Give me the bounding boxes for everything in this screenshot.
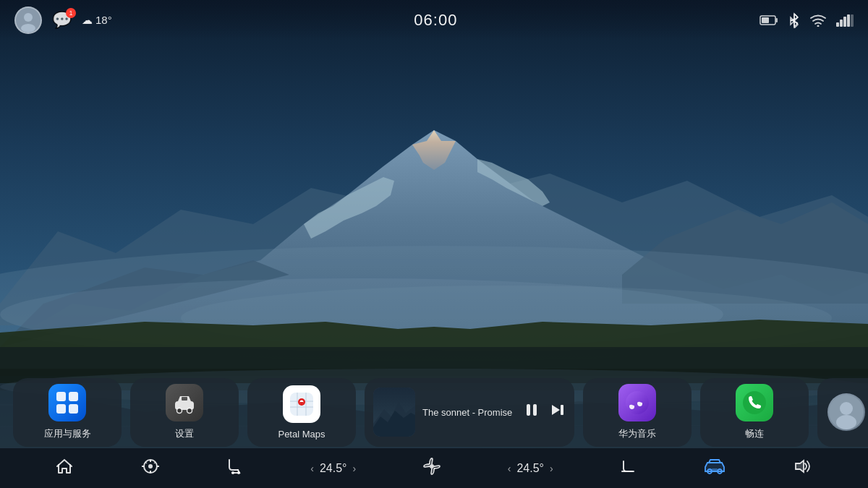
music-pause-button[interactable] — [524, 402, 540, 422]
svg-rect-25 — [776, 18, 778, 22]
svg-rect-39 — [69, 392, 78, 401]
volume-button[interactable] — [793, 458, 813, 479]
signal-icon — [836, 14, 854, 27]
clock: 06:00 — [414, 11, 457, 30]
huawei-music-label: 华为音乐 — [618, 427, 656, 440]
svg-point-68 — [148, 464, 153, 468]
bluetooth-icon — [788, 12, 800, 28]
music-next-button[interactable] — [550, 402, 566, 422]
svg-rect-26 — [762, 17, 769, 23]
changlian-icon — [736, 384, 773, 421]
control-bar: ‹ 24.5° › ‹ 24.5° › — [0, 448, 868, 488]
svg-point-66 — [836, 415, 856, 429]
weather-icon: ☁ — [82, 14, 93, 27]
app-card-petal-maps[interactable]: Petal Maps — [247, 378, 356, 447]
status-left: 💬 1 ☁ 18° — [14, 7, 112, 34]
settings-icon — [166, 384, 203, 421]
status-bar: 💬 1 ☁ 18° 06:00 — [0, 0, 868, 40]
app-card-changlian[interactable]: 畅连 — [700, 378, 809, 447]
music-controls: The sonnet - Promise — [422, 402, 566, 422]
svg-rect-34 — [840, 20, 843, 27]
seat-heat-button[interactable] — [619, 457, 637, 480]
svg-rect-60 — [561, 405, 563, 415]
svg-point-65 — [840, 402, 853, 415]
petal-maps-label: Petal Maps — [278, 429, 325, 440]
home-button[interactable] — [55, 457, 74, 480]
car-icon — [703, 458, 726, 479]
drive-mode-icon — [140, 458, 161, 479]
home-icon — [55, 457, 74, 480]
temp-left-value: 24.5° — [320, 462, 347, 475]
music-info: The sonnet - Promise — [422, 407, 514, 418]
svg-point-23 — [21, 24, 35, 33]
svg-rect-36 — [847, 14, 850, 27]
seat-icon — [226, 457, 244, 480]
apps-services-label: 应用与服务 — [44, 427, 91, 440]
svg-rect-57 — [527, 404, 530, 416]
changlian-label: 畅连 — [745, 427, 764, 440]
music-thumbnail — [373, 388, 415, 437]
temp-left-decrease[interactable]: ‹ — [310, 463, 314, 474]
music-player-card[interactable]: The sonnet - Promise — [365, 378, 574, 447]
temp-left-increase[interactable]: › — [353, 463, 357, 474]
car-button[interactable] — [703, 458, 726, 479]
svg-line-73 — [145, 462, 147, 463]
seat-heat-icon — [619, 457, 637, 480]
temp-right-value: 24.5° — [516, 462, 544, 475]
svg-rect-41 — [69, 404, 78, 414]
temp-left-control[interactable]: ‹ 24.5° › — [310, 462, 356, 475]
svg-marker-81 — [796, 461, 804, 472]
weather-info: ☁ 18° — [82, 14, 112, 27]
weather-temp: 18° — [95, 14, 112, 26]
svg-marker-59 — [552, 405, 560, 415]
svg-point-61 — [626, 391, 649, 414]
svg-rect-40 — [56, 404, 66, 414]
svg-rect-35 — [843, 17, 846, 27]
music-song-title: The sonnet - Promise — [422, 407, 514, 418]
volume-icon — [793, 458, 813, 479]
greeting-card: 小伟，早上好 座舱已经为你准备完毕 — [817, 378, 868, 447]
apps-services-icon — [48, 384, 86, 421]
svg-rect-38 — [56, 392, 66, 401]
status-right — [760, 12, 854, 28]
svg-point-43 — [177, 408, 182, 414]
greeting-avatar — [827, 393, 865, 431]
svg-point-32 — [817, 25, 820, 27]
message-badge: 1 — [66, 8, 76, 18]
svg-point-75 — [231, 471, 234, 474]
fan-icon — [422, 457, 441, 480]
svg-point-62 — [743, 391, 766, 414]
svg-point-44 — [187, 408, 192, 414]
drive-mode-button[interactable] — [140, 458, 161, 479]
svg-rect-58 — [533, 404, 537, 416]
petal-maps-icon — [283, 385, 320, 423]
app-card-apps-services[interactable]: 应用与服务 — [13, 378, 122, 447]
svg-point-22 — [24, 13, 33, 22]
temp-right-control[interactable]: ‹ 24.5° › — [508, 462, 553, 475]
fan-button[interactable] — [422, 457, 441, 480]
svg-line-74 — [154, 462, 156, 463]
svg-point-76 — [237, 471, 240, 474]
svg-rect-45 — [182, 397, 187, 401]
settings-label: 设置 — [175, 427, 194, 440]
svg-point-77 — [430, 464, 434, 468]
temp-right-decrease[interactable]: ‹ — [508, 463, 511, 474]
svg-rect-80 — [712, 468, 718, 471]
svg-rect-37 — [851, 14, 854, 27]
app-card-huawei-music[interactable]: 华为音乐 — [583, 378, 692, 447]
app-cards-row: 应用与服务 设置 — [0, 376, 868, 448]
app-card-settings[interactable]: 设置 — [130, 378, 239, 447]
message-icon[interactable]: 💬 1 — [52, 11, 72, 30]
user-avatar[interactable] — [14, 7, 42, 34]
bottom-dock: 应用与服务 设置 — [0, 376, 868, 488]
battery-icon — [760, 14, 778, 27]
seat-button[interactable] — [226, 457, 244, 480]
temp-right-increase[interactable]: › — [550, 463, 553, 474]
huawei-music-icon — [618, 384, 656, 421]
wifi-icon — [810, 14, 826, 27]
svg-rect-33 — [836, 22, 839, 27]
